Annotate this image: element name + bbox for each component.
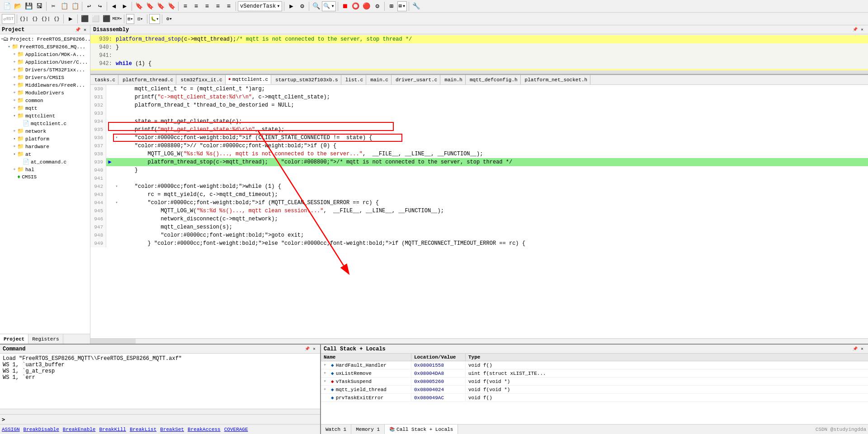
- rst-button[interactable]: ↺RST: [2, 14, 15, 24]
- status-command-link[interactable]: COVERAGE: [224, 427, 248, 432]
- status-command-link[interactable]: ASSIGN: [2, 427, 20, 432]
- bookmark4-icon[interactable]: 🔖: [166, 1, 176, 11]
- file-tab[interactable]: driver_usart.c: [392, 75, 440, 84]
- tree-item[interactable]: ▾📁mqttclient: [1, 112, 89, 120]
- tree-item[interactable]: +📁Middlewares/FreeR...: [1, 81, 89, 89]
- panel-pin-icon[interactable]: 📌: [75, 27, 81, 33]
- forward-icon[interactable]: ▶: [120, 1, 130, 11]
- tab-project[interactable]: Project: [0, 334, 28, 344]
- line-fold-icon[interactable]: ▾: [113, 182, 120, 191]
- open-icon[interactable]: 📂: [13, 1, 23, 11]
- search-icon[interactable]: 🔍: [311, 1, 321, 11]
- debug-step1-icon[interactable]: ⬛: [80, 14, 90, 24]
- cs-close-icon[interactable]: ✕: [859, 346, 865, 352]
- file-tab[interactable]: main.c: [366, 75, 392, 84]
- debug-dropdown[interactable]: 🐛▾: [149, 14, 160, 24]
- line-fold-icon[interactable]: ▾: [113, 134, 120, 142]
- file-tab[interactable]: tasks.c: [90, 75, 118, 84]
- undo-icon[interactable]: ↩: [84, 1, 94, 11]
- callstack-row[interactable]: +◆mqtt_yield_thread0x08004024void f(void…: [321, 386, 868, 394]
- debug-step3-icon[interactable]: ⬛: [101, 14, 111, 24]
- step4-icon[interactable]: {}: [52, 14, 61, 24]
- file-tab[interactable]: main.h: [440, 75, 466, 84]
- mem-icon[interactable]: MEM▾: [112, 14, 122, 24]
- view2-icon[interactable]: ⊡▾: [135, 14, 145, 24]
- back-icon[interactable]: ◀: [109, 1, 119, 11]
- window-dropdown[interactable]: ⊞▾: [397, 1, 407, 11]
- disasm-close-icon[interactable]: ✕: [859, 27, 865, 33]
- tree-item[interactable]: +📁hal: [1, 166, 89, 173]
- tree-item[interactable]: +📁common: [1, 97, 89, 104]
- step1-icon[interactable]: {}|: [19, 14, 29, 24]
- bookmark1-icon[interactable]: 🔖: [134, 1, 144, 11]
- file-tab[interactable]: ●mqttclient.c: [226, 75, 271, 84]
- tree-item[interactable]: ▾🗂Project: FreeRTOS_ESP8266...: [1, 35, 89, 43]
- debug1-icon[interactable]: ▶: [286, 1, 296, 11]
- panel-close-icon[interactable]: ✕: [82, 27, 88, 33]
- tools-icon[interactable]: 🔧: [411, 1, 421, 11]
- debug-step2-icon[interactable]: ⬜: [90, 14, 100, 24]
- command-scroll[interactable]: [0, 409, 320, 414]
- tree-item[interactable]: +📁Application/User/C...: [1, 58, 89, 66]
- status-command-link[interactable]: BreakList: [130, 427, 156, 432]
- line-fold-icon[interactable]: ▾: [113, 199, 120, 207]
- cmd-pin-icon[interactable]: 📌: [304, 346, 310, 352]
- save-all-icon[interactable]: 🖫: [34, 1, 44, 11]
- tree-item[interactable]: +📁ModuleDrivers: [1, 89, 89, 97]
- stop-icon[interactable]: ⏹: [340, 1, 350, 11]
- tab-registers[interactable]: Registers: [28, 334, 63, 344]
- format2-icon[interactable]: ≡: [191, 1, 201, 11]
- status-command-link[interactable]: BreakSet: [160, 427, 184, 432]
- new-icon[interactable]: 📄: [2, 1, 12, 11]
- view-dropdown[interactable]: ⊞▾: [126, 14, 134, 24]
- tree-item[interactable]: +📁hardware: [1, 143, 89, 150]
- callstack-expand-icon[interactable]: +: [324, 363, 329, 368]
- callstack-expand-icon[interactable]: +: [324, 379, 329, 384]
- cs-pin-icon[interactable]: 📌: [852, 346, 858, 352]
- file-tab[interactable]: mqtt_defconfig.h: [466, 75, 521, 84]
- tree-item[interactable]: +📁network: [1, 127, 89, 135]
- status-command-link[interactable]: BreakDisable: [24, 427, 59, 432]
- file-tab[interactable]: platform_net_socket.h: [521, 75, 591, 84]
- window1-icon[interactable]: ⊞: [387, 1, 396, 11]
- redo-icon[interactable]: ↪: [95, 1, 105, 11]
- cut-icon[interactable]: ✂: [48, 1, 58, 11]
- callstack-row[interactable]: +◆vTaskSuspend0x08005260void f(void *): [321, 378, 868, 386]
- circle-icon[interactable]: ⭕: [351, 1, 361, 11]
- step2-icon[interactable]: {}: [30, 14, 40, 24]
- tools2-icon[interactable]: ⚙▾: [164, 14, 174, 24]
- tree-item[interactable]: ▾📁platform: [1, 135, 89, 143]
- paste-icon[interactable]: 📋: [70, 1, 80, 11]
- file-tab[interactable]: list.c: [341, 75, 367, 84]
- tab-callstack[interactable]: 📚 Call Stack + Locals: [385, 425, 458, 434]
- disasm-scrollbar[interactable]: [90, 70, 868, 74]
- save-icon[interactable]: 💾: [24, 1, 33, 11]
- tree-item[interactable]: +📁Drivers/STM32F1xx...: [1, 66, 89, 74]
- step3-icon[interactable]: {}|: [41, 14, 51, 24]
- debug2-icon[interactable]: ⚙: [297, 1, 307, 11]
- search-dropdown[interactable]: 🔍▾: [322, 1, 335, 11]
- callstack-row[interactable]: ◆prvTaskExitError0x080049ACvoid f(): [321, 394, 868, 402]
- callstack-row[interactable]: +◆HardFault_Handler0x08001558void f(): [321, 361, 868, 369]
- file-tab[interactable]: stm32f1xx_it.c: [176, 75, 225, 84]
- status-command-link[interactable]: BreakEnable: [63, 427, 96, 432]
- tree-item[interactable]: 📄at_command.c: [1, 158, 89, 166]
- tab-watch1[interactable]: Watch 1: [321, 425, 351, 434]
- disasm-pin-icon[interactable]: 📌: [852, 27, 858, 33]
- callstack-expand-icon[interactable]: +: [324, 387, 329, 392]
- breakpoint-icon[interactable]: 🔴: [362, 1, 372, 11]
- callstack-expand-icon[interactable]: +: [324, 371, 329, 376]
- copy-icon[interactable]: 📋: [59, 1, 69, 11]
- callstack-row[interactable]: +◆uxListRemove0x08004DA8uint f(struct xL…: [321, 369, 868, 378]
- tree-item[interactable]: +📁Application/MDK-A...: [1, 51, 89, 58]
- code-scroll-x[interactable]: [90, 338, 868, 344]
- tree-item[interactable]: ♦CMSIS: [1, 173, 89, 181]
- format5-icon[interactable]: ≡: [224, 1, 234, 11]
- file-tab[interactable]: startup_stm32f103xb.s: [271, 75, 341, 84]
- format1-icon[interactable]: ≡: [180, 1, 190, 11]
- tree-item[interactable]: 📄mqttclient.c: [1, 120, 89, 127]
- cmd-close-icon[interactable]: ✕: [311, 346, 317, 352]
- format3-icon[interactable]: ≡: [202, 1, 212, 11]
- bookmark2-icon[interactable]: 🔖: [145, 1, 155, 11]
- format4-icon[interactable]: ≡: [213, 1, 223, 11]
